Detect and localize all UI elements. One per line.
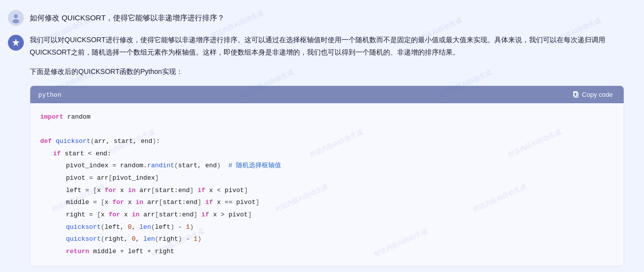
page-container: 如何修改 QUICKSORT，使得它能够以非递增序进行排序？ 我们可以对QUIC… <box>0 0 644 272</box>
answer-content: 我们可以对QUICKSORT进行修改，使得它能够以非递增序进行排序。这可以通过在… <box>30 34 624 267</box>
answer-row: 我们可以对QUICKSORT进行修改，使得它能够以非递增序进行排序。这可以通过在… <box>8 34 624 267</box>
question-row: 如何修改 QUICKSORT，使得它能够以非递增序进行排序？ <box>8 8 624 26</box>
svg-point-0 <box>14 14 18 18</box>
copy-label: Copy code <box>582 91 613 98</box>
question-text: 如何修改 QUICKSORT，使得它能够以非递增序进行排序？ <box>30 10 225 24</box>
code-line-3: if start < end: <box>40 148 614 160</box>
code-lang-label: python <box>38 91 61 98</box>
code-block: python Copy code import random <box>30 85 624 267</box>
code-header: python Copy code <box>30 86 624 103</box>
code-line-6: left = [x for x in arr[start:end] if x <… <box>40 185 614 197</box>
code-line-10: quicksort(right, 0, len(right) - 1) <box>40 233 614 246</box>
code-line-5: pivot = arr[pivot_index] <box>40 172 614 185</box>
ai-avatar <box>8 35 24 51</box>
copy-icon <box>573 91 580 98</box>
copy-button[interactable]: Copy code <box>570 90 616 99</box>
code-line-2: def quicksort(arr, start, end): <box>40 136 614 148</box>
user-avatar <box>8 10 24 26</box>
code-line-4: pivot_index = random.randint(start, end)… <box>40 160 614 172</box>
code-body: import random def quicksort(arr, start, … <box>30 103 624 266</box>
code-line-blank1 <box>40 123 614 136</box>
code-line-7: middle = [x for x in arr[start:end] if x… <box>40 197 614 209</box>
answer-para2: 下面是修改后的QUICKSORT函数的Python实现： <box>30 66 624 78</box>
code-line-1: import random <box>40 111 614 124</box>
answer-para1: 我们可以对QUICKSORT进行修改，使得它能够以非递增序进行排序。这可以通过在… <box>30 34 624 59</box>
code-line-8: right = [x for x in arr[start:end] if x … <box>40 209 614 221</box>
code-line-9: quicksort(left, 0, len(left) - 1) <box>40 221 614 234</box>
svg-point-1 <box>12 19 19 23</box>
code-line-11: return middle + left + right <box>40 246 614 258</box>
